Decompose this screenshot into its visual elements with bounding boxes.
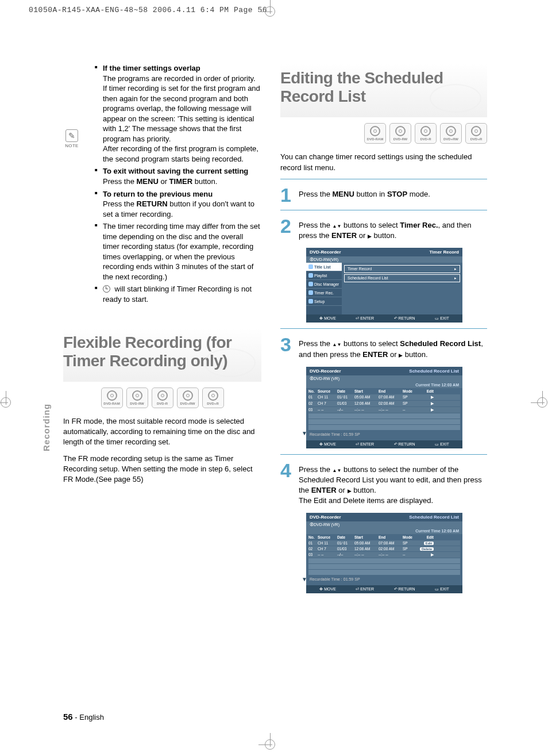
step-1: 1 Press the MENU button in STOP mode. <box>280 187 487 203</box>
osd-scheduled-list-edit: DVD-RecorderScheduled Record List ⦿ DVD-… <box>306 513 462 593</box>
disc-icon: DVD-R <box>152 387 173 408</box>
disc-icon: DVD-R <box>415 123 437 144</box>
disc-icon: DVD-RW <box>389 123 411 144</box>
clock-icon <box>103 285 110 293</box>
disc-icon: DVD+R <box>465 123 487 144</box>
note-blink: will start blinking if Timer Recording i… <box>95 284 261 304</box>
note-return: To return to the previous menu Press the… <box>95 189 261 220</box>
notes-block: If the timer settings overlap The progra… <box>95 63 261 305</box>
disc-icon: DVD-RAM <box>101 387 123 408</box>
note-differ: The timer recording time may differ from… <box>95 221 261 282</box>
disc-icon: DVD-RW <box>126 387 148 408</box>
step-2: 2 Press the buttons to select Timer Rec.… <box>280 218 487 241</box>
print-header: 01050A-R145-XAA-ENG-48~58 2006.4.11 6:4 … <box>29 6 267 14</box>
note-exit: To exit without saving the current setti… <box>95 166 261 186</box>
disc-icon: DVD+RW <box>177 387 199 408</box>
osd-scheduled-list: DVD-RecorderScheduled Record List ⦿ DVD-… <box>306 367 462 448</box>
right-icon <box>348 486 352 494</box>
disc-icon: DVD+R <box>202 387 224 408</box>
note-overlap: If the timer settings overlap The progra… <box>95 63 261 164</box>
flexible-p2: The FR mode recording setup is the same … <box>63 454 261 485</box>
disc-icons-flexible: DVD-RAM DVD-RW DVD-R DVD+RW DVD+R <box>63 387 261 408</box>
flexible-title-block: Flexible Recording (for Timer Recording … <box>63 328 261 382</box>
disc-icon: DVD-RAM <box>364 123 386 144</box>
side-tab-recording: Recording <box>41 404 51 451</box>
osd-timer-record-menu: DVD-RecorderTimer Record ⦿ DVD-RW(VR) Ti… <box>306 248 462 323</box>
separator <box>280 328 487 329</box>
crop-mark-bottom <box>258 733 281 756</box>
page-footer: 56 - English <box>63 712 104 722</box>
step-3: 3 Press the buttons to select Scheduled … <box>280 337 487 359</box>
separator <box>280 179 487 179</box>
step-4: 4 Press the buttons to select the number… <box>280 463 487 506</box>
crop-mark-top <box>258 0 281 23</box>
editing-intro: You can change timer record settings usi… <box>280 152 487 172</box>
flexible-p1: In FR mode, the most suitable record mod… <box>63 416 261 448</box>
separator <box>280 210 487 210</box>
separator <box>280 454 487 455</box>
editing-title-block: Editing the Scheduled Record List <box>280 63 487 117</box>
right-icon <box>368 231 372 240</box>
disc-icon: DVD+RW <box>440 123 462 144</box>
disc-icons-editing: DVD-RAM DVD-RW DVD-R DVD+RW DVD+R <box>280 123 487 144</box>
